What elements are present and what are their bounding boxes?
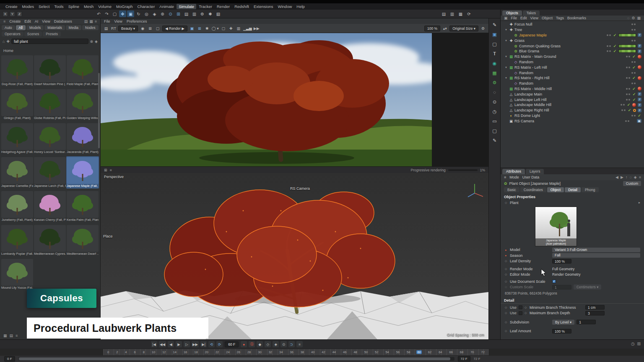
filter-tab[interactable]: Auto	[2, 25, 15, 30]
render-view-tool[interactable]: ▤	[103, 26, 109, 31]
frame-number[interactable]: 6	[133, 350, 137, 354]
section-tab[interactable]: Basic	[504, 187, 519, 192]
section-tab[interactable]: Object	[547, 187, 564, 192]
attributes-tab[interactable]: Attributes	[502, 169, 525, 174]
object-row[interactable]: ✿ Japanese Maple ✓ F	[501, 33, 644, 38]
transport-button[interactable]: ▶▶	[192, 341, 199, 347]
expand-arrow-icon[interactable]: ▾	[504, 39, 508, 42]
visibility-dots[interactable]	[626, 56, 630, 57]
tag-badge[interactable]: F	[638, 103, 641, 107]
asset-item[interactable]: Mediterranean Dwarf ...	[66, 224, 99, 256]
visibility-dots[interactable]	[625, 120, 629, 122]
range-thumb[interactable]	[19, 357, 451, 360]
custom-dropdown[interactable]: Custom	[623, 181, 641, 186]
frame-number[interactable]: 24	[225, 350, 230, 354]
record-button[interactable]: ◇	[265, 341, 271, 347]
visibility-dots[interactable]	[631, 23, 636, 25]
selection-ring-icon[interactable]	[633, 109, 636, 112]
visibility-dots[interactable]	[621, 104, 625, 106]
frame-number[interactable]: 62	[427, 350, 432, 354]
transport-button[interactable]: ▷	[184, 341, 190, 347]
side-tool-icon[interactable]: T	[493, 51, 496, 57]
material-ball-icon[interactable]	[632, 103, 636, 107]
zoom-dropdown[interactable]: 100 %	[424, 26, 440, 31]
toolbar-icon[interactable]: ↶	[95, 10, 102, 17]
object-name[interactable]: Random	[519, 60, 533, 64]
layout-icon[interactable]: ▦	[637, 16, 641, 20]
tag-badge[interactable]: F	[638, 92, 641, 96]
asset-item[interactable]: Japanese Camellia (Fal...	[1, 156, 34, 189]
min-branch-input[interactable]: 1 cm	[585, 305, 605, 310]
enable-check-icon[interactable]: ✓	[613, 49, 617, 53]
object-name[interactable]: Tree	[514, 28, 522, 32]
frame-number[interactable]: 4	[124, 350, 127, 354]
search-icon[interactable]: ◌	[627, 16, 629, 20]
expand-icon[interactable]: ▸	[639, 201, 640, 204]
visibility-dots[interactable]	[626, 67, 630, 68]
use-document-scale-checkbox[interactable]: ✓	[552, 279, 556, 283]
material-ball-icon[interactable]	[638, 87, 641, 90]
frame-number[interactable]: 18	[193, 350, 198, 354]
object-name[interactable]: Landscape Right Hill	[514, 108, 549, 112]
om-menu-item[interactable]: Tags	[556, 16, 564, 20]
enable-check-icon[interactable]: ✓	[613, 33, 617, 37]
menu-item[interactable]: Select	[36, 4, 52, 9]
expand-arrow-icon[interactable]: ▾	[504, 66, 508, 69]
frame-number[interactable]: 58	[406, 350, 411, 354]
leaf-amount-input[interactable]: 100 %	[552, 329, 571, 334]
asset-item[interactable]: Kanzan Cherry (Fall, Pl...	[34, 190, 66, 222]
menu-item[interactable]: Modes	[20, 4, 36, 9]
asset-item[interactable]: Jacaranda (Fall, Plant)	[66, 122, 99, 155]
key-dot-icon[interactable]: ◇	[505, 259, 508, 263]
object-name[interactable]: RS Dome Light	[514, 114, 540, 118]
render-view-tool[interactable]: ⊞	[197, 26, 203, 31]
key-dot-icon[interactable]: ◇	[505, 273, 508, 276]
menu-item[interactable]: Window	[276, 4, 294, 9]
side-tool-icon[interactable]: ▢	[492, 128, 496, 134]
toolbar-icon[interactable]: ▢	[111, 10, 118, 17]
record-button[interactable]: ◈	[273, 341, 279, 347]
enable-check-icon[interactable]: ✓	[637, 114, 641, 118]
object-name[interactable]: Random	[519, 81, 533, 85]
frame-number[interactable]: 60	[416, 350, 421, 354]
object-name[interactable]: RS Matrix - Main Ground	[514, 54, 556, 59]
menu-item[interactable]: Help	[294, 4, 307, 9]
section-tab[interactable]: Coordinates	[520, 187, 546, 192]
frame-number[interactable]: 52	[374, 350, 379, 354]
toolbar-icon[interactable]: ⊙	[167, 10, 174, 17]
side-tool-icon[interactable]: ⚙	[493, 80, 497, 85]
key-dot-icon[interactable]: ◇	[505, 311, 508, 315]
object-name[interactable]: Focus Null	[514, 22, 532, 26]
tag-badge[interactable]: ▣	[637, 119, 641, 123]
key-dot-icon[interactable]: ◇	[505, 321, 508, 324]
asset-item[interactable]: Hedgehog Agave (Fall...	[1, 122, 34, 155]
season-dropdown[interactable]: Fall	[552, 253, 640, 258]
render-view-tool[interactable]: ▁▃▅	[243, 26, 252, 31]
enable-check-icon[interactable]: ✓	[632, 54, 636, 59]
key-dot-icon[interactable]: ●	[505, 248, 508, 251]
visibility-dots[interactable]	[626, 93, 630, 95]
side-tool-icon[interactable]: ▦	[492, 70, 496, 76]
render-toolbar-icon[interactable]: ▥	[449, 10, 456, 17]
toolbar-icon[interactable]: ⊞	[175, 10, 182, 17]
viewport-camera-menu[interactable]: Perspective	[104, 175, 124, 179]
range-start-field[interactable]: 0 F	[4, 356, 15, 362]
min-branch-use-checkbox[interactable]	[519, 305, 522, 309]
transport-button[interactable]: ◀◀	[159, 341, 166, 347]
asset-scrollbar[interactable]	[98, 73, 100, 148]
om-panel-icon[interactable]: ▣	[504, 16, 508, 20]
editor-mode-dropdown[interactable]: Render Geometry	[552, 272, 581, 277]
gear-icon[interactable]: ⚙	[480, 26, 486, 31]
filter-tab[interactable]: All	[16, 25, 26, 30]
record-button[interactable]: Ⓐ	[249, 341, 255, 347]
key-dot-icon[interactable]: ◇	[505, 280, 508, 283]
toolbar-icon[interactable]: ⚙	[199, 10, 206, 17]
frame-number[interactable]: 50	[364, 350, 369, 354]
object-row[interactable]: △ Landscape Left Hill ✓ F	[501, 97, 644, 102]
object-row[interactable]: ◐ RS Dome Light ✓	[501, 113, 644, 119]
asset-item[interactable]: Field Maple (Fall, Plant)	[66, 54, 99, 87]
render-view-tool[interactable]: RT	[111, 26, 117, 31]
transport-button[interactable]: ⟳	[216, 341, 223, 347]
frame-number[interactable]: 28	[247, 350, 252, 354]
menu-item[interactable]: Redshift	[232, 4, 251, 9]
